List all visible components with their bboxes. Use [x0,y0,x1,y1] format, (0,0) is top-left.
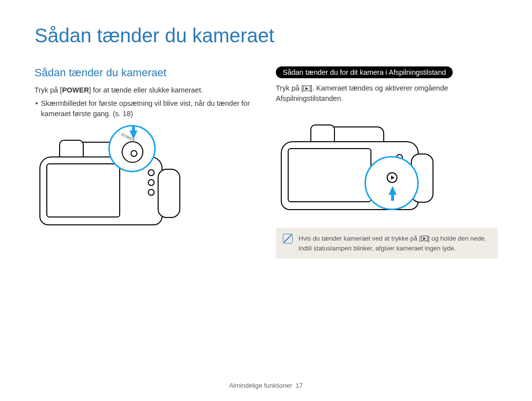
camera-buttons [148,166,163,211]
power-dial-icon [122,141,143,163]
camera-figure-playback [276,112,498,220]
manual-page: Sådan tænder du kameraet Sådan tænder du… [0,0,532,401]
right-column: Sådan tænder du for dit kamera i Afspiln… [276,66,498,259]
playback-icon [421,236,428,241]
camera-screen [46,163,120,217]
callout-circle: POWER [108,125,156,172]
camera-illustration [276,112,438,220]
text-fragment: Tryk på [ [276,84,303,92]
playback-icon [303,86,310,91]
text-fragment: Hvis du tænder kameraet ved at trykke på… [299,235,421,242]
note-box: Hvis du tænder kameraet ved at trykke på… [276,228,498,259]
power-instruction: Tryk på [POWER] for at tænde eller slukk… [34,85,256,95]
playback-mode-capsule: Sådan tænder du for dit kamera i Afspiln… [276,66,453,78]
content-columns: Sådan tænder du kameraet Tryk på [POWER]… [34,66,498,259]
text-fragment: ] for at tænde eller slukke kameraet. [89,86,203,94]
footer-section: Almindelige funktioner [229,382,292,389]
arrow-down-icon [130,130,137,139]
note-icon [283,234,293,244]
bullet-dot: • [35,98,38,119]
camera-illustration: POWER [34,127,182,235]
camera-figure-power: POWER [34,127,256,235]
power-label: POWER [62,86,89,94]
note-text: Hvis du tænder kameraet ved at trykke på… [299,234,491,253]
page-title: Sådan tænder du kameraet [34,25,498,47]
footer-page-number: 17 [296,382,302,389]
playback-button-icon [387,172,398,183]
bullet-item: • Skærmbilledet for første opsætning vil… [34,98,256,119]
left-column: Sådan tænder du kameraet Tryk på [POWER]… [34,66,256,259]
text-fragment: Tryk på [ [34,86,62,94]
camera-screen [288,148,371,202]
section-heading: Sådan tænder du kameraet [34,66,256,79]
playback-instruction: Tryk på []. Kameraet tændes og aktiverer… [276,83,498,104]
bullet-text: Skærmbilledet for første opsætning vil b… [41,98,256,119]
callout-circle [365,156,419,210]
page-footer: Almindelige funktioner 17 [0,382,532,389]
arrow-up-icon [389,186,397,195]
